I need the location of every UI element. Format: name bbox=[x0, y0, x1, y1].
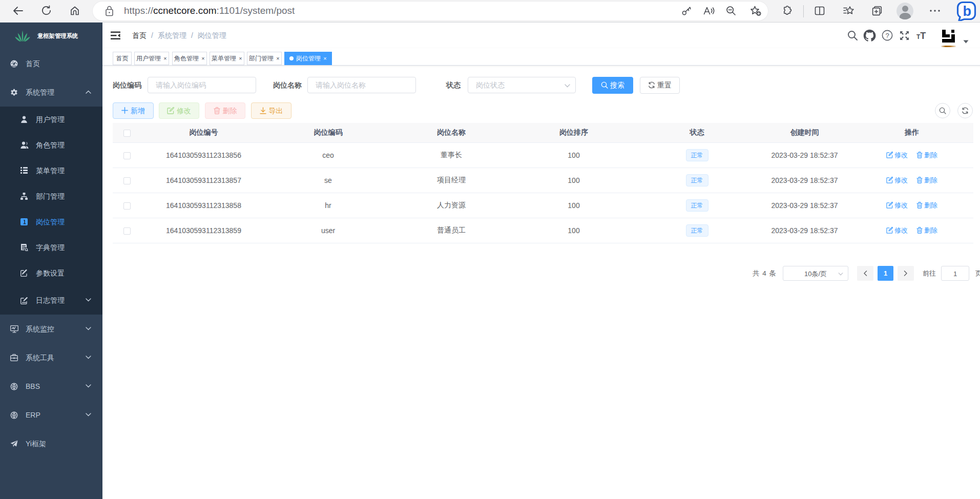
svg-text:?: ? bbox=[885, 32, 889, 39]
svg-text:b: b bbox=[963, 4, 972, 19]
